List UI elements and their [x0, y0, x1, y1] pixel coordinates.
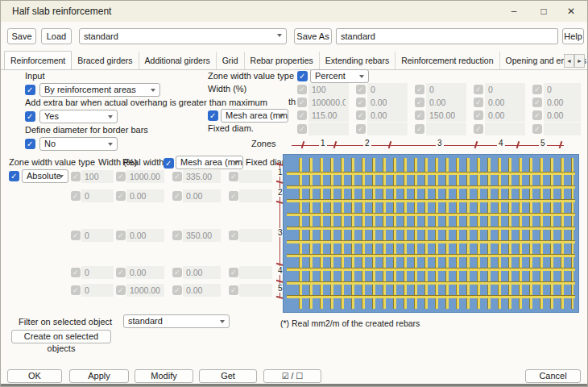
- r2-width-field: [81, 189, 114, 202]
- tab-reinforcement-reduction[interactable]: Reinforcement reduction: [395, 52, 499, 69]
- mesh-area-dropdown[interactable]: Mesh area (mm: [221, 109, 288, 123]
- save-button[interactable]: Save: [7, 28, 36, 44]
- mesh-area-c3-field: [426, 109, 466, 122]
- zone-width-type-checkbox[interactable]: [297, 71, 308, 81]
- zone-1-number-top: 1: [319, 139, 327, 148]
- filter-label: Filter on selected object: [19, 317, 112, 327]
- r2-width-checkbox: [71, 191, 81, 201]
- preset-dropdown[interactable]: standard: [79, 28, 287, 44]
- tab-grid[interactable]: Grid: [217, 52, 245, 69]
- lower-real-width-label: Real width: [122, 157, 164, 167]
- border-bars-checkbox[interactable]: [25, 139, 35, 149]
- fixed-diam-c4-field: [485, 123, 525, 135]
- fixed-diam-c5-field: [544, 123, 581, 135]
- r2-fixed-diam-field: [239, 189, 272, 202]
- ok-button[interactable]: OK: [7, 369, 62, 383]
- window-bottom-edge: [1, 384, 587, 386]
- r5-width-checkbox: [71, 285, 81, 295]
- maximize-icon[interactable]: □: [530, 3, 557, 19]
- tab-bar: Reinforcement Braced girders Additional …: [1, 51, 587, 70]
- r4-fixed-diam-field: [239, 266, 272, 279]
- real-width-c4-checkbox: [474, 98, 483, 107]
- modify-button[interactable]: Modify: [135, 369, 193, 383]
- real-width-c2-checkbox: [356, 98, 366, 107]
- tab-extending-rebars[interactable]: Extending rebars: [320, 52, 395, 69]
- r4-mesh-area-field: [183, 266, 221, 279]
- r1-real-width-field: [126, 170, 164, 183]
- fixed-diam-c1-checkbox: [297, 124, 307, 134]
- fixed-diam-c4-checkbox: [474, 124, 483, 134]
- tab-scroll-left-icon[interactable]: ◄: [564, 54, 574, 68]
- overhang-dropdown[interactable]: Yes: [39, 110, 118, 123]
- width-pct-c5-field: [544, 83, 581, 96]
- r5-fixed-diam-field: [239, 284, 272, 297]
- r3-real-width-checkbox: [116, 231, 126, 240]
- r5-real-width-checkbox: [116, 285, 126, 295]
- r4-fixed-diam-checkbox: [229, 268, 238, 277]
- r4-real-width-field: [126, 266, 164, 279]
- fixed-diam-label: Fixed diam.: [208, 123, 254, 133]
- fixed-diam-c2-checkbox: [356, 124, 366, 134]
- real-width-c3-checkbox: [415, 98, 424, 107]
- input-label: Input: [25, 71, 44, 81]
- overhang-label: Add extra bar when actual overhang is gr…: [25, 98, 267, 107]
- titlebar: Half slab reinforcement – □ ✕: [1, 1, 587, 22]
- r1-mesh-area-field: [183, 170, 221, 183]
- input-dropdown[interactable]: By reinforcement areas: [39, 83, 160, 97]
- zone-width-type-row-checkbox[interactable]: [9, 171, 19, 181]
- half-slab-reinforcement-dialog: Half slab reinforcement – □ ✕ Save Load …: [0, 0, 588, 387]
- r3-mesh-area-checkbox: [172, 231, 182, 240]
- fixed-diam-c2-field: [367, 123, 408, 135]
- get-button[interactable]: Get: [199, 369, 257, 383]
- tab-additional-girders[interactable]: Additional girders: [139, 52, 217, 69]
- filter-dropdown[interactable]: standard: [123, 314, 230, 328]
- mesh-area-c2-checkbox: [356, 110, 366, 120]
- create-on-selected-objects-button[interactable]: Create on selected objects: [11, 330, 111, 343]
- overhang-checkbox[interactable]: [25, 111, 35, 122]
- absolute-dropdown[interactable]: Absolute: [22, 169, 68, 183]
- border-bars-label: Define diameter for border bars: [25, 125, 148, 135]
- cancel-button[interactable]: Cancel: [525, 369, 581, 383]
- r1-width-checkbox: [71, 172, 81, 181]
- lower-mesh-area-dropdown[interactable]: Mesh area (mm: [176, 156, 243, 169]
- border-bars-dropdown[interactable]: No: [39, 137, 118, 151]
- r1-width-field: [81, 170, 114, 183]
- tab-scroll-right-icon[interactable]: ►: [574, 54, 585, 68]
- tab-rebar-properties[interactable]: Rebar properties: [245, 52, 320, 69]
- real-width-c5-checkbox: [532, 98, 542, 107]
- r4-width-field: [81, 266, 114, 279]
- zones-dimension-top: 1 2 3 4 5: [287, 138, 567, 150]
- save-as-button[interactable]: Save As: [294, 28, 332, 44]
- width-pct-c3-checkbox: [415, 85, 424, 94]
- r2-mesh-area-checkbox: [172, 191, 182, 201]
- tab-braced-girders[interactable]: Braced girders: [72, 52, 139, 69]
- r3-real-width-field: [126, 229, 164, 242]
- apply-button[interactable]: Apply: [69, 369, 129, 383]
- r2-real-width-field: [126, 189, 164, 202]
- close-icon[interactable]: ✕: [557, 3, 585, 19]
- zone-4-number-top: 4: [497, 139, 505, 148]
- width-pct-label: Width (%): [208, 84, 246, 94]
- lower-mesh-area-checkbox[interactable]: [164, 158, 174, 169]
- width-pct-c2-field: [367, 83, 408, 96]
- zone-3-number-top: 3: [436, 139, 444, 148]
- input-checkbox[interactable]: [25, 85, 35, 95]
- mesh-area-checkbox[interactable]: [208, 110, 218, 121]
- r1-mesh-area-checkbox: [172, 172, 182, 181]
- mesh-area-c4-field: [485, 109, 525, 122]
- r5-width-field: [81, 284, 114, 297]
- r5-real-width-field: [126, 284, 164, 297]
- zone-width-type-dropdown[interactable]: Percent: [310, 69, 369, 83]
- real-width-c1-checkbox: [297, 98, 307, 107]
- real-width-partial-label: th: [288, 97, 296, 106]
- width-pct-c1-field: [308, 83, 349, 96]
- r1-fixed-diam-checkbox: [229, 172, 238, 181]
- fixed-diam-c3-field: [426, 123, 466, 135]
- load-button[interactable]: Load: [41, 28, 72, 44]
- toggle-checkboxes-button[interactable]: ☑ / ☐: [263, 369, 321, 383]
- zone-5-number-top: 5: [539, 139, 547, 148]
- minimize-icon[interactable]: –: [500, 3, 528, 19]
- help-button[interactable]: Help: [562, 28, 584, 44]
- tab-reinforcement[interactable]: Reinforcement: [4, 51, 72, 70]
- save-as-input[interactable]: [336, 28, 558, 44]
